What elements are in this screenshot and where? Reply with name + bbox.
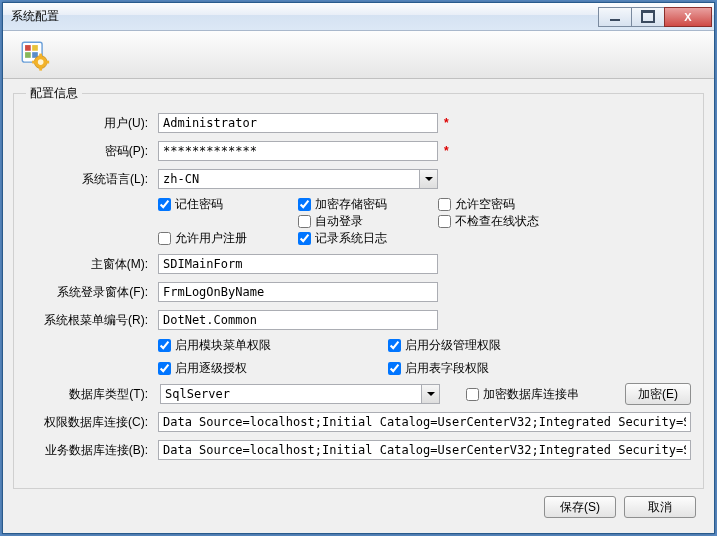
svg-rect-3: [25, 52, 31, 58]
bizdb-label: 业务数据库连接(B):: [26, 442, 152, 459]
mainform-label: 主窗体(M):: [26, 256, 152, 273]
config-icon[interactable]: [15, 36, 55, 74]
language-label: 系统语言(L):: [26, 171, 152, 188]
required-marker: *: [444, 144, 456, 158]
maximize-button[interactable]: [631, 7, 665, 27]
syslog-checkbox[interactable]: [298, 232, 311, 245]
permdb-label: 权限数据库连接(C):: [26, 414, 152, 431]
required-marker: *: [444, 116, 456, 130]
minimize-button[interactable]: [598, 7, 632, 27]
svg-rect-10: [45, 60, 49, 63]
encryptpwd-checkbox[interactable]: [298, 198, 311, 211]
password-input[interactable]: [158, 141, 438, 161]
user-label: 用户(U):: [26, 115, 152, 132]
group-legend: 配置信息: [26, 85, 82, 102]
bottom-bar: 保存(S) 取消: [13, 489, 704, 525]
chevron-down-icon[interactable]: [419, 170, 437, 188]
bizdb-input[interactable]: [158, 440, 691, 460]
config-group: 配置信息 用户(U): * 密码(P): * 系统语言(L):: [13, 85, 704, 489]
svg-rect-9: [32, 60, 36, 63]
window-title: 系统配置: [11, 8, 599, 25]
rootmenu-input[interactable]: [158, 310, 438, 330]
chevron-down-icon[interactable]: [421, 385, 439, 403]
language-select[interactable]: [158, 169, 438, 189]
orgperm-checkbox[interactable]: [388, 339, 401, 352]
nocheckonline-checkbox[interactable]: [438, 215, 451, 228]
remember-checkbox[interactable]: [158, 198, 171, 211]
svg-rect-7: [39, 53, 42, 57]
encryptconn-checkbox[interactable]: [466, 388, 479, 401]
content-area: 配置信息 用户(U): * 密码(P): * 系统语言(L):: [3, 79, 714, 533]
window-controls: X: [599, 7, 712, 27]
mainform-input[interactable]: [158, 254, 438, 274]
logonform-label: 系统登录窗体(F):: [26, 284, 152, 301]
password-label: 密码(P):: [26, 143, 152, 160]
allowempty-checkbox[interactable]: [438, 198, 451, 211]
user-input[interactable]: [158, 113, 438, 133]
autologin-checkbox[interactable]: [298, 215, 311, 228]
toolbar: [3, 31, 714, 79]
logonform-input[interactable]: [158, 282, 438, 302]
moduleperm-checkbox[interactable]: [158, 339, 171, 352]
svg-rect-1: [25, 45, 31, 51]
svg-rect-8: [39, 66, 42, 70]
svg-rect-2: [32, 45, 38, 51]
close-button[interactable]: X: [664, 7, 712, 27]
cancel-button[interactable]: 取消: [624, 496, 696, 518]
allowreg-checkbox[interactable]: [158, 232, 171, 245]
dbtype-label: 数据库类型(T):: [26, 386, 152, 403]
permdb-input[interactable]: [158, 412, 691, 432]
titlebar[interactable]: 系统配置 X: [3, 3, 714, 31]
encrypt-button[interactable]: 加密(E): [625, 383, 691, 405]
save-button[interactable]: 保存(S): [544, 496, 616, 518]
window-root: 系统配置 X 配置信息: [2, 2, 715, 534]
rootmenu-label: 系统根菜单编号(R):: [26, 312, 152, 329]
dbtype-select[interactable]: [160, 384, 440, 404]
fieldperm-checkbox[interactable]: [388, 362, 401, 375]
cascadeperm-checkbox[interactable]: [158, 362, 171, 375]
svg-point-6: [38, 59, 44, 65]
